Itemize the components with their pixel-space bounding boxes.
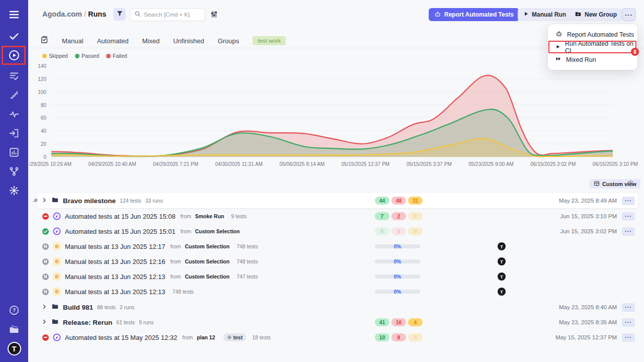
from-label: from [182,334,193,340]
filter-sliders-icon[interactable] [210,11,218,20]
run-date: May 15, 2025 12:37 PM [555,334,617,340]
menu-item-report-automated-tests[interactable]: Report Automated Tests [548,28,637,41]
legend-passed[interactable]: Passed [75,53,99,59]
manual-run-icon [53,288,61,296]
result-badges: 44 48 32 [375,197,423,205]
table-row[interactable]: Automated tests at 15 Jun 2025 15:08 fro… [30,209,638,224]
table-row[interactable]: Manual tests at 13 Jun 2025 12:13 748 te… [30,284,638,299]
table-row[interactable]: Bravo milestone 124 tests 33 runs 44 48 … [37,193,638,208]
from-label: from [170,243,181,249]
from-source[interactable]: Smoke Run [195,213,224,219]
menu-item-mixed-run[interactable]: Mixed Run [548,53,637,66]
bot-icon [434,11,441,19]
folder-icon [51,318,59,327]
manual-run-icon [53,273,61,281]
row-more-button[interactable]: ··· [622,212,635,221]
run-title[interactable]: Manual tests at 13 Jun 2025 12:16 [65,258,165,265]
pulse-activity-icon[interactable] [0,107,28,122]
assignee-avatar[interactable]: T [498,257,506,265]
status-failed-icon [42,213,49,220]
tab-mixed[interactable]: Mixed [142,37,160,45]
run-title[interactable]: Manual tests at 13 Jun 2025 12:13 [65,288,165,296]
row-more-button[interactable]: ··· [622,333,635,342]
svg-text:?: ? [13,308,16,313]
assignee-avatar[interactable]: T [498,242,506,250]
table-row[interactable]: Manual tests at 13 Jun 2025 12:16 from C… [30,254,638,269]
group-title[interactable]: Build 981 [63,304,93,311]
milestones-steps-icon[interactable] [0,87,28,103]
run-title[interactable]: Manual tests at 13 Jun 2025 12:17 [65,243,165,250]
table-row[interactable]: Manual tests at 13 Jun 2025 12:13 from C… [30,269,638,284]
help-icon[interactable]: ? [0,303,28,318]
assignee-avatar[interactable]: T [498,273,506,281]
table-row[interactable]: Automated tests at 15 Jun 2025 15:01 fro… [30,224,638,239]
branches-icon[interactable] [0,164,28,179]
breadcrumb: Agoda.com/Runs [42,10,106,18]
chevron-right-icon[interactable] [41,196,47,205]
row-more-button[interactable]: ··· [622,197,635,205]
from-source[interactable]: Custom Selection [195,228,240,234]
legend-failed[interactable]: Failed [106,53,127,59]
passed-badge: 10 [375,333,389,341]
manual-run-button[interactable]: Manual Run [518,8,572,21]
sidebar: ? T [0,0,28,362]
run-tag[interactable]: test [223,333,247,341]
table-row[interactable]: Automated tests at 15 May 2025 12:32 fro… [30,330,638,345]
progress-bar: 0% [375,288,420,295]
search-box[interactable] [130,8,205,21]
reports-chart-icon[interactable] [0,145,28,160]
more-actions-button[interactable]: ··· [622,8,636,21]
result-badges: 41 16 4 [375,318,423,326]
from-source[interactable]: Custom Selection [185,274,229,280]
tests-check-icon[interactable] [0,29,28,44]
run-date: May 23, 2025 8:49 AM [559,198,617,204]
row-more-button[interactable]: ··· [622,227,635,236]
table-row[interactable]: Release: Rerun 61 tests 9 runs 41 16 4 M… [30,315,638,330]
row-more-button[interactable]: ··· [622,303,635,312]
tab-automated[interactable]: Automated [97,37,129,45]
from-source[interactable]: Custom Selection [185,243,229,249]
table-settings-gear-icon[interactable] [627,179,634,189]
result-badges: 0 0 0 [375,227,423,235]
test-plans-icon[interactable] [0,68,28,83]
library-folders-icon[interactable] [0,322,28,337]
assignee-avatar[interactable]: T [498,288,506,296]
group-title[interactable]: Release: Rerun [63,319,112,326]
run-title[interactable]: Manual tests at 13 Jun 2025 12:13 [65,273,165,281]
table-row[interactable]: Build 981 88 tests 2 runs May 23, 2025 8… [30,300,638,315]
filter-button[interactable] [113,8,126,21]
table-row[interactable]: Manual tests at 13 Jun 2025 12:17 from C… [30,239,638,254]
hamburger-menu-icon[interactable] [0,7,28,22]
legend-skipped[interactable]: Skipped [42,53,68,59]
manual-run-label: Manual Run [532,11,566,18]
import-icon[interactable] [0,126,28,141]
passed-dot [75,54,79,58]
search-input[interactable] [144,12,199,18]
tag-test-work[interactable]: test work [253,36,286,45]
tab-unfinished[interactable]: Unfinished [173,37,204,45]
tab-groups[interactable]: Groups [218,37,239,45]
select-runs-icon[interactable] [40,36,48,46]
row-more-button[interactable]: ··· [622,318,635,327]
progress-value: 0% [375,274,420,280]
from-source[interactable]: plan 12 [197,334,215,340]
workspace-avatar[interactable]: T [0,341,28,356]
breadcrumb-project[interactable]: Agoda.com [42,10,82,18]
tests-count: 124 tests [120,198,141,204]
tab-manual[interactable]: Manual [62,37,84,45]
run-title[interactable]: Automated tests at 15 Jun 2025 15:01 [65,228,176,235]
run-title[interactable]: Automated tests at 15 Jun 2025 15:08 [65,213,176,220]
run-date: May 23, 2025 8:35 AM [559,319,617,325]
report-automated-tests-button[interactable]: Report Automated Tests [429,8,519,21]
pin-icon [32,196,38,205]
runs-area-chart[interactable] [51,66,613,159]
chevron-right-icon[interactable] [41,318,47,327]
settings-gear-icon[interactable] [0,183,28,198]
group-title[interactable]: Bravo milestone [63,197,116,205]
chevron-right-icon[interactable] [41,303,47,312]
from-source[interactable]: Custom Selection [185,258,229,264]
run-title[interactable]: Automated tests at 15 May 2025 12:32 [65,334,177,341]
annotation-badge: 8 [631,48,639,56]
new-group-button[interactable]: New Group [569,8,622,21]
run-tag-label: test [233,334,243,340]
